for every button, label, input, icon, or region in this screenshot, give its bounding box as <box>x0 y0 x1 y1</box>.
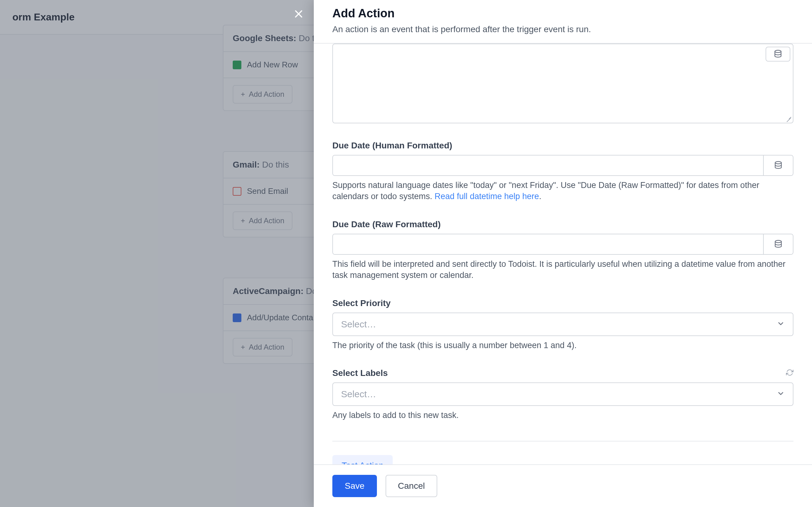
panel-subtitle: An action is an event that is performed … <box>333 24 794 34</box>
field-labels: Select Labels Select… Any labels to add … <box>333 368 794 421</box>
insert-data-button[interactable] <box>766 47 790 61</box>
field-priority: Select Priority Select… The priority of … <box>333 298 794 351</box>
divider <box>333 441 794 442</box>
field-due-date-human: Due Date (Human Formatted) Supports natu… <box>333 140 794 202</box>
field-label: Select Labels <box>333 368 388 378</box>
panel-title: Add Action <box>333 7 794 20</box>
svg-point-2 <box>775 50 781 53</box>
field-label: Due Date (Raw Formatted) <box>333 220 441 229</box>
select-placeholder: Select… <box>341 319 376 330</box>
field-due-date-raw: Due Date (Raw Formatted) This field will… <box>333 220 794 281</box>
select-placeholder: Select… <box>341 389 376 399</box>
field-help: This field will be interpreted and sent … <box>333 259 794 281</box>
priority-select[interactable]: Select… <box>333 313 794 336</box>
panel-body[interactable]: Due Date (Human Formatted) Supports natu… <box>314 44 812 464</box>
add-action-panel: Add Action An action is an event that is… <box>314 0 812 507</box>
close-icon[interactable] <box>293 9 304 20</box>
labels-select[interactable]: Select… <box>333 382 794 406</box>
field-help: The priority of the task (this is usuall… <box>333 340 794 351</box>
description-textarea-wrap <box>333 44 794 123</box>
panel-footer: Save Cancel <box>314 464 812 507</box>
panel-header: Add Action An action is an event that is… <box>314 0 812 44</box>
insert-data-button[interactable] <box>763 156 793 175</box>
save-button[interactable]: Save <box>333 475 377 497</box>
test-action-button[interactable]: Test Action <box>333 455 393 464</box>
description-textarea[interactable] <box>333 44 793 123</box>
field-help: Any labels to add to this new task. <box>333 410 794 421</box>
chevron-down-icon <box>777 390 785 399</box>
field-label: Select Priority <box>333 298 391 308</box>
due-date-human-input[interactable] <box>333 156 763 175</box>
field-help: Supports natural language dates like "to… <box>333 180 794 202</box>
svg-point-3 <box>775 162 781 164</box>
datetime-help-link[interactable]: Read full datetime help here <box>435 192 539 201</box>
cancel-button[interactable]: Cancel <box>386 475 437 497</box>
refresh-icon[interactable] <box>786 369 794 378</box>
svg-point-4 <box>775 240 781 243</box>
due-date-raw-input[interactable] <box>333 234 763 254</box>
field-label: Due Date (Human Formatted) <box>333 140 452 151</box>
insert-data-button[interactable] <box>763 234 793 254</box>
chevron-down-icon <box>777 320 785 329</box>
